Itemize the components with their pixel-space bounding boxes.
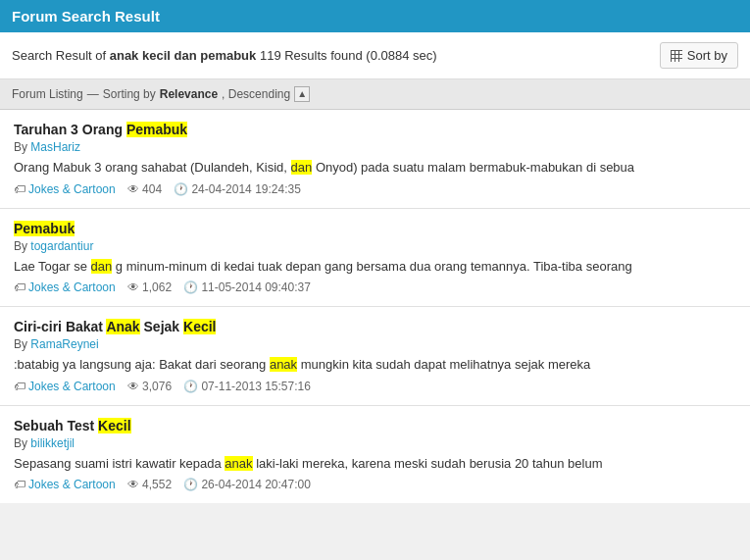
sort-button[interactable]: Sort by <box>660 42 738 69</box>
result-meta: 🏷 Jokes & Cartoon 👁 404 🕐 24-04-2014 19:… <box>14 182 736 196</box>
date-item: 🕐 26-04-2014 20:47:00 <box>183 478 311 491</box>
views-item: 👁 4,552 <box>127 478 172 491</box>
result-item: Ciri-ciri Bakat Anak Sejak Kecil By Rama… <box>0 307 750 406</box>
tag-link[interactable]: Jokes & Cartoon <box>28 280 116 294</box>
forum-listing-bar: Forum Listing — Sorting by Relevance , D… <box>0 79 750 110</box>
highlight-pemabuk: Pemabuk <box>126 122 187 137</box>
result-title: Sebuah Test Kecil <box>14 418 736 433</box>
highlight-pemabuk2: Pemabuk <box>14 221 75 236</box>
views-item: 👁 1,062 <box>127 280 172 294</box>
date-item: 🕐 07-11-2013 15:57:16 <box>183 380 311 393</box>
result-count: 119 Results found (0.0884 sec) <box>260 48 437 63</box>
highlight-kecil: Kecil <box>183 319 216 334</box>
result-excerpt: Orang Mabuk 3 orang sahabat (Dulandeh, K… <box>14 158 736 178</box>
views-item: 👁 404 <box>127 182 162 196</box>
views-item: 👁 3,076 <box>127 380 172 393</box>
page-title: Forum Search Result <box>12 8 160 25</box>
search-info-bar: Search Result of anak kecil dan pemabuk … <box>0 32 750 79</box>
result-title: Taruhan 3 Orang Pemabuk <box>14 122 736 137</box>
date-item: 🕐 11-05-2014 09:40:37 <box>183 280 311 294</box>
tag-item: 🏷 Jokes & Cartoon <box>14 478 116 491</box>
author-link[interactable]: togardantiur <box>30 239 93 253</box>
tag-link[interactable]: Jokes & Cartoon <box>28 478 116 491</box>
sort-order: , Descending <box>222 87 290 101</box>
search-info-text: Search Result of anak kecil dan pemabuk … <box>12 48 437 63</box>
forum-listing-label: Forum Listing <box>12 87 83 101</box>
result-title: Ciri-ciri Bakat Anak Sejak Kecil <box>14 319 736 334</box>
date-item: 🕐 24-04-2014 19:24:35 <box>174 182 301 196</box>
result-by: By RamaReynei <box>14 337 736 351</box>
sort-direction-toggle[interactable]: ▲ <box>294 86 310 102</box>
result-meta: 🏷 Jokes & Cartoon 👁 1,062 🕐 11-05-2014 0… <box>14 280 736 294</box>
result-by: By MasHariz <box>14 140 736 154</box>
result-excerpt: Lae Togar se dan g minum-minum di kedai … <box>14 257 736 277</box>
grid-icon <box>671 50 682 62</box>
result-excerpt: :batabig ya langsung aja: Bakat dari seo… <box>14 355 736 375</box>
page-header: Forum Search Result <box>0 0 750 32</box>
result-item: Sebuah Test Kecil By bilikketjil Sepasan… <box>0 406 750 504</box>
tag-item: 🏷 Jokes & Cartoon <box>14 280 116 294</box>
result-meta: 🏷 Jokes & Cartoon 👁 3,076 🕐 07-11-2013 1… <box>14 380 736 393</box>
sort-key: Relevance <box>160 87 218 101</box>
page-wrapper: Forum Search Result Search Result of ana… <box>0 0 750 503</box>
sort-button-label: Sort by <box>687 48 727 63</box>
author-link[interactable]: MasHariz <box>30 140 80 154</box>
result-excerpt: Sepasang suami istri kawatir kepada anak… <box>14 454 736 474</box>
search-query: anak kecil dan pemabuk <box>110 48 257 63</box>
tag-item: 🏷 Jokes & Cartoon <box>14 182 116 196</box>
tag-link[interactable]: Jokes & Cartoon <box>28 380 116 393</box>
highlight-anak: Anak <box>106 319 139 334</box>
tag-item: 🏷 Jokes & Cartoon <box>14 380 116 393</box>
author-link[interactable]: RamaReynei <box>30 337 98 351</box>
result-item: Pemabuk By togardantiur Lae Togar se dan… <box>0 209 750 308</box>
result-item: Taruhan 3 Orang Pemabuk By MasHariz Oran… <box>0 110 750 209</box>
result-by: By bilikketjil <box>14 436 736 450</box>
sorting-by-label: Sorting by <box>103 87 156 101</box>
tag-link[interactable]: Jokes & Cartoon <box>28 182 116 196</box>
author-link[interactable]: bilikketjil <box>30 436 75 450</box>
results-container: Taruhan 3 Orang Pemabuk By MasHariz Oran… <box>0 110 750 503</box>
result-title: Pemabuk <box>14 221 736 236</box>
result-meta: 🏷 Jokes & Cartoon 👁 4,552 🕐 26-04-2014 2… <box>14 478 736 491</box>
result-by: By togardantiur <box>14 239 736 253</box>
highlight-kecil2: Kecil <box>98 418 130 433</box>
